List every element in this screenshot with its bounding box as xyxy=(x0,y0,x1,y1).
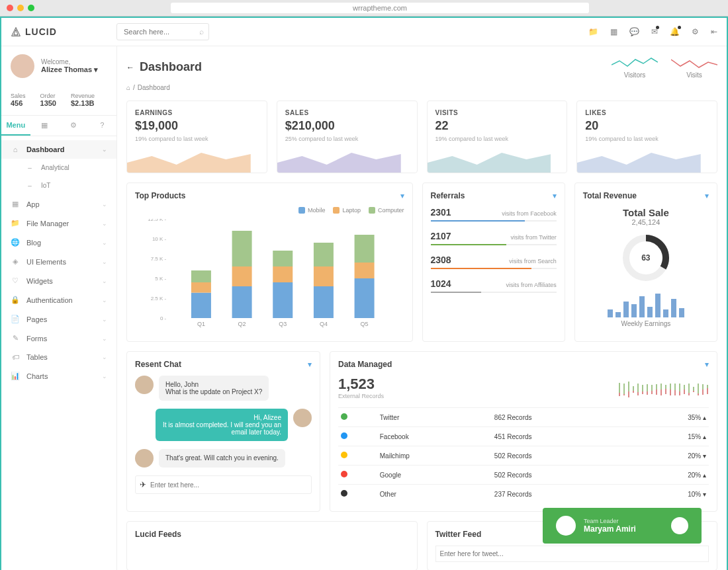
spark-visitors[interactable]: Visitors xyxy=(612,56,658,79)
svg-rect-8 xyxy=(191,270,211,282)
sidebar-item-app[interactable]: ▦App⌄ xyxy=(1,194,116,214)
browser-url[interactable]: wrraptheme.com xyxy=(171,3,589,13)
sidebar-item-forms[interactable]: ✎Forms⌄ xyxy=(1,329,116,348)
referral-item: 2308visits from Search xyxy=(431,255,557,269)
top-products-card: Top Products▾ MobileLaptopComputer 0 -2.… xyxy=(126,183,413,342)
team-toast[interactable]: Team Leader Maryam Amiri xyxy=(543,508,702,544)
svg-text:Q4: Q4 xyxy=(320,321,328,327)
tab-menu[interactable]: Menu xyxy=(1,116,30,136)
globe-icon: 🌐 xyxy=(11,238,20,247)
sidebar-item-tables[interactable]: 🏷Tables⌄ xyxy=(1,348,116,366)
bar-chart: 0 -2.5 K -5 K -7.5 K -10 K -12.5 K -Q1Q2… xyxy=(135,219,404,331)
sidebar-item-ui-elements[interactable]: ◈UI Elements⌄ xyxy=(1,252,116,271)
sidebar-item-pages[interactable]: 📄Pages⌄ xyxy=(1,309,116,329)
table-row: Google502 Records20% ▴ xyxy=(338,466,709,485)
avatar[interactable] xyxy=(11,54,34,78)
card-title: Total Revenue xyxy=(583,191,637,200)
chevron-icon: ⌄ xyxy=(102,316,107,323)
dm-sparkline xyxy=(618,380,709,399)
file-icon: 📄 xyxy=(11,315,20,323)
referral-item: 2301visits from Facebook xyxy=(431,207,557,222)
sidebar-item-authentication[interactable]: 🔒Authentication⌄ xyxy=(1,290,116,309)
folder-icon[interactable]: 📁 xyxy=(588,27,598,36)
stat-card-visits: VISITS2219% compared to last week xyxy=(427,101,568,173)
chat-message: Hello, JohnWhat is the update on Project… xyxy=(135,376,312,401)
total-sale-label: Total Sale xyxy=(583,207,709,218)
toast-name: Maryam Amiri xyxy=(584,524,636,534)
stat-card-likes: LIKES2019% compared to last week xyxy=(576,101,717,173)
table-row: Mailchimp502 Records20% ▾ xyxy=(338,446,709,466)
stat-label: Order xyxy=(40,93,56,99)
chat-card: Resent Chat▾ Hello, JohnWhat is the upda… xyxy=(126,351,320,512)
card-menu-icon[interactable]: ▾ xyxy=(705,191,709,200)
sidebar-item-blog[interactable]: 🌐Blog⌄ xyxy=(1,233,116,252)
user-name[interactable]: Alizee Thomas ▾ xyxy=(41,65,98,74)
card-menu-icon[interactable]: ▾ xyxy=(308,360,312,369)
home-icon[interactable]: ⌂ xyxy=(126,84,130,91)
sidebar-item-widgets[interactable]: ♡Widgets⌄ xyxy=(1,271,116,290)
tab-help-icon[interactable]: ? xyxy=(88,116,117,136)
card-title: Top Products xyxy=(135,191,185,200)
chevron-icon: ⌄ xyxy=(102,239,107,246)
dm-value: 1,523 xyxy=(338,376,384,393)
user-block: Welcome, Alizee Thomas ▾ xyxy=(1,54,116,87)
side-stats: Sales456 Order1350 Revenue$2.13B xyxy=(1,87,116,116)
logout-icon[interactable]: ⇤ xyxy=(711,27,717,36)
svg-text:2.5 K -: 2.5 K - xyxy=(151,296,167,302)
logo-icon xyxy=(11,26,21,37)
heart-icon: ♡ xyxy=(11,276,20,285)
spark-visits[interactable]: Visits xyxy=(671,56,717,79)
sidebar-item-file-manager[interactable]: 📁File Manager⌄ xyxy=(1,214,116,233)
bell-icon[interactable]: 🔔 xyxy=(670,27,680,36)
svg-text:10 K -: 10 K - xyxy=(152,236,167,242)
calendar-icon[interactable]: ▦ xyxy=(610,27,617,36)
sidebar-item-charts[interactable]: 📊Charts⌄ xyxy=(1,366,116,386)
stat-label: Sales xyxy=(11,93,26,99)
svg-text:Q1: Q1 xyxy=(197,321,205,327)
chat-avatar xyxy=(135,376,154,394)
sidebar-item-iot[interactable]: –IoT xyxy=(1,177,116,194)
pencil-icon: ✎ xyxy=(11,334,20,343)
svg-text:0 -: 0 - xyxy=(160,315,167,321)
back-button[interactable]: ← xyxy=(126,63,134,72)
mail-icon[interactable]: ✉ xyxy=(651,27,658,36)
page-title: Dashboard xyxy=(140,60,202,74)
chat-avatar xyxy=(135,449,154,468)
card-title: Data Managed xyxy=(338,360,392,369)
chat-icon[interactable]: 💬 xyxy=(629,27,639,36)
referral-item: 2107visits from Twitter xyxy=(431,231,557,245)
total-revenue-card: Total Revenue▾ Total Sale 2,45,124 63 We… xyxy=(574,183,717,342)
search-icon[interactable]: ⌕ xyxy=(199,27,204,36)
chat-input[interactable] xyxy=(150,480,307,489)
table-row: Facebook451 Records15% ▴ xyxy=(338,427,709,446)
settings-icon[interactable]: ⚙ xyxy=(692,27,699,36)
logo[interactable]: LUCID xyxy=(11,26,103,37)
main: ← Dashboard Visitors Visits ⌂ / Dashboar… xyxy=(117,46,727,570)
chat-input-box: ✈ xyxy=(135,475,312,494)
svg-text:5 K -: 5 K - xyxy=(155,276,166,282)
card-title: Referrals xyxy=(431,191,465,200)
tab-apps-icon[interactable]: ▦ xyxy=(30,116,60,136)
chat-bubble-icon[interactable] xyxy=(671,517,688,534)
sidebar-item-analytical[interactable]: –Analytical xyxy=(1,159,116,177)
svg-rect-11 xyxy=(232,266,252,286)
sidebar-item-dashboard[interactable]: ⌂Dashboard⌄ xyxy=(1,140,116,159)
send-icon[interactable]: ✈ xyxy=(140,480,146,489)
chevron-icon: ⌄ xyxy=(102,278,107,284)
stat-value: 456 xyxy=(11,99,26,107)
browser-chrome: wrraptheme.com xyxy=(0,0,728,17)
svg-rect-6 xyxy=(191,293,211,318)
svg-text:Q5: Q5 xyxy=(361,321,369,327)
tweet-input[interactable] xyxy=(435,546,709,562)
tab-settings-icon[interactable]: ⚙ xyxy=(59,116,88,136)
chevron-icon: ⌄ xyxy=(102,297,107,304)
card-menu-icon[interactable]: ▾ xyxy=(553,191,557,200)
search-input[interactable] xyxy=(116,23,209,40)
toast-role: Team Leader xyxy=(584,518,636,524)
breadcrumb: ⌂ / Dashboard xyxy=(126,84,717,91)
chevron-icon: ⌄ xyxy=(102,373,107,380)
stat-value: 1350 xyxy=(40,99,56,107)
card-menu-icon[interactable]: ▾ xyxy=(705,360,709,369)
card-menu-icon[interactable]: ▾ xyxy=(400,191,404,200)
folder-icon: 📁 xyxy=(11,219,20,227)
